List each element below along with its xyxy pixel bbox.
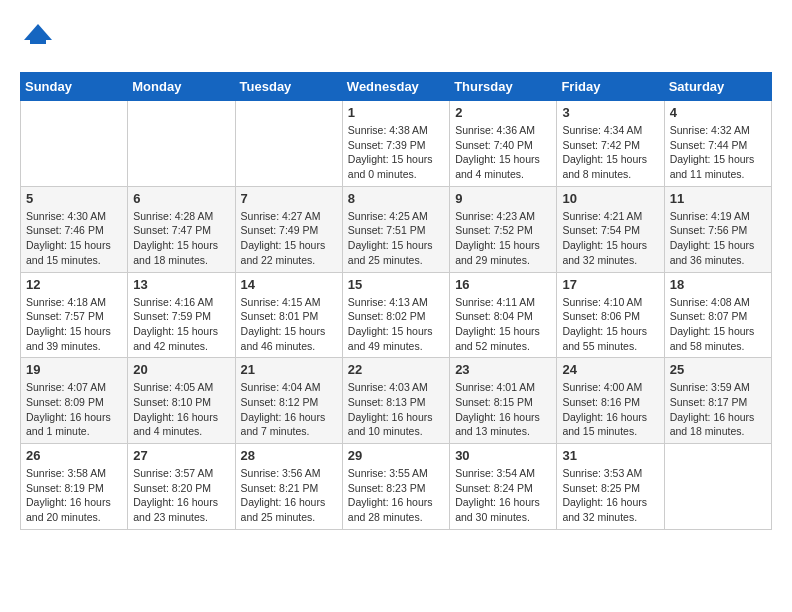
- day-number: 20: [133, 362, 229, 377]
- day-content: Sunrise: 4:19 AMSunset: 7:56 PMDaylight:…: [670, 209, 766, 268]
- calendar-cell: 25Sunrise: 3:59 AMSunset: 8:17 PMDayligh…: [664, 358, 771, 444]
- calendar-cell: 20Sunrise: 4:05 AMSunset: 8:10 PMDayligh…: [128, 358, 235, 444]
- day-content: Sunrise: 4:32 AMSunset: 7:44 PMDaylight:…: [670, 123, 766, 182]
- day-content: Sunrise: 4:11 AMSunset: 8:04 PMDaylight:…: [455, 295, 551, 354]
- calendar-cell: 3Sunrise: 4:34 AMSunset: 7:42 PMDaylight…: [557, 101, 664, 187]
- day-number: 3: [562, 105, 658, 120]
- day-number: 9: [455, 191, 551, 206]
- day-number: 16: [455, 277, 551, 292]
- calendar-cell: 26Sunrise: 3:58 AMSunset: 8:19 PMDayligh…: [21, 444, 128, 530]
- day-number: 14: [241, 277, 337, 292]
- logo-icon: [20, 20, 56, 56]
- calendar-cell: 9Sunrise: 4:23 AMSunset: 7:52 PMDaylight…: [450, 186, 557, 272]
- calendar-cell: 6Sunrise: 4:28 AMSunset: 7:47 PMDaylight…: [128, 186, 235, 272]
- weekday-header-wednesday: Wednesday: [342, 73, 449, 101]
- day-content: Sunrise: 4:07 AMSunset: 8:09 PMDaylight:…: [26, 380, 122, 439]
- day-number: 6: [133, 191, 229, 206]
- day-number: 2: [455, 105, 551, 120]
- calendar-cell: 11Sunrise: 4:19 AMSunset: 7:56 PMDayligh…: [664, 186, 771, 272]
- day-number: 23: [455, 362, 551, 377]
- calendar-cell: 8Sunrise: 4:25 AMSunset: 7:51 PMDaylight…: [342, 186, 449, 272]
- day-content: Sunrise: 4:08 AMSunset: 8:07 PMDaylight:…: [670, 295, 766, 354]
- day-number: 27: [133, 448, 229, 463]
- calendar-cell: 24Sunrise: 4:00 AMSunset: 8:16 PMDayligh…: [557, 358, 664, 444]
- day-content: Sunrise: 3:54 AMSunset: 8:24 PMDaylight:…: [455, 466, 551, 525]
- day-number: 8: [348, 191, 444, 206]
- day-number: 29: [348, 448, 444, 463]
- day-number: 22: [348, 362, 444, 377]
- calendar-cell: [664, 444, 771, 530]
- week-row-2: 5Sunrise: 4:30 AMSunset: 7:46 PMDaylight…: [21, 186, 772, 272]
- day-number: 26: [26, 448, 122, 463]
- day-number: 10: [562, 191, 658, 206]
- day-number: 11: [670, 191, 766, 206]
- calendar-cell: 14Sunrise: 4:15 AMSunset: 8:01 PMDayligh…: [235, 272, 342, 358]
- day-content: Sunrise: 4:38 AMSunset: 7:39 PMDaylight:…: [348, 123, 444, 182]
- day-content: Sunrise: 4:21 AMSunset: 7:54 PMDaylight:…: [562, 209, 658, 268]
- calendar-cell: 29Sunrise: 3:55 AMSunset: 8:23 PMDayligh…: [342, 444, 449, 530]
- day-content: Sunrise: 4:25 AMSunset: 7:51 PMDaylight:…: [348, 209, 444, 268]
- day-content: Sunrise: 4:00 AMSunset: 8:16 PMDaylight:…: [562, 380, 658, 439]
- svg-marker-0: [24, 24, 52, 40]
- day-number: 17: [562, 277, 658, 292]
- day-content: Sunrise: 3:55 AMSunset: 8:23 PMDaylight:…: [348, 466, 444, 525]
- day-content: Sunrise: 4:36 AMSunset: 7:40 PMDaylight:…: [455, 123, 551, 182]
- day-content: Sunrise: 4:04 AMSunset: 8:12 PMDaylight:…: [241, 380, 337, 439]
- day-content: Sunrise: 4:30 AMSunset: 7:46 PMDaylight:…: [26, 209, 122, 268]
- day-number: 5: [26, 191, 122, 206]
- calendar-cell: 15Sunrise: 4:13 AMSunset: 8:02 PMDayligh…: [342, 272, 449, 358]
- day-content: Sunrise: 3:59 AMSunset: 8:17 PMDaylight:…: [670, 380, 766, 439]
- day-number: 30: [455, 448, 551, 463]
- day-content: Sunrise: 4:23 AMSunset: 7:52 PMDaylight:…: [455, 209, 551, 268]
- weekday-header-row: SundayMondayTuesdayWednesdayThursdayFrid…: [21, 73, 772, 101]
- week-row-4: 19Sunrise: 4:07 AMSunset: 8:09 PMDayligh…: [21, 358, 772, 444]
- weekday-header-friday: Friday: [557, 73, 664, 101]
- calendar-cell: 17Sunrise: 4:10 AMSunset: 8:06 PMDayligh…: [557, 272, 664, 358]
- calendar-cell: 31Sunrise: 3:53 AMSunset: 8:25 PMDayligh…: [557, 444, 664, 530]
- day-number: 31: [562, 448, 658, 463]
- calendar-cell: 18Sunrise: 4:08 AMSunset: 8:07 PMDayligh…: [664, 272, 771, 358]
- calendar-cell: 28Sunrise: 3:56 AMSunset: 8:21 PMDayligh…: [235, 444, 342, 530]
- calendar-cell: [235, 101, 342, 187]
- week-row-3: 12Sunrise: 4:18 AMSunset: 7:57 PMDayligh…: [21, 272, 772, 358]
- day-content: Sunrise: 4:10 AMSunset: 8:06 PMDaylight:…: [562, 295, 658, 354]
- weekday-header-sunday: Sunday: [21, 73, 128, 101]
- calendar-cell: 27Sunrise: 3:57 AMSunset: 8:20 PMDayligh…: [128, 444, 235, 530]
- calendar-cell: 23Sunrise: 4:01 AMSunset: 8:15 PMDayligh…: [450, 358, 557, 444]
- day-content: Sunrise: 4:16 AMSunset: 7:59 PMDaylight:…: [133, 295, 229, 354]
- week-row-5: 26Sunrise: 3:58 AMSunset: 8:19 PMDayligh…: [21, 444, 772, 530]
- day-content: Sunrise: 3:56 AMSunset: 8:21 PMDaylight:…: [241, 466, 337, 525]
- day-number: 24: [562, 362, 658, 377]
- day-number: 25: [670, 362, 766, 377]
- weekday-header-thursday: Thursday: [450, 73, 557, 101]
- day-content: Sunrise: 4:15 AMSunset: 8:01 PMDaylight:…: [241, 295, 337, 354]
- day-content: Sunrise: 4:27 AMSunset: 7:49 PMDaylight:…: [241, 209, 337, 268]
- day-content: Sunrise: 4:01 AMSunset: 8:15 PMDaylight:…: [455, 380, 551, 439]
- calendar: SundayMondayTuesdayWednesdayThursdayFrid…: [20, 72, 772, 530]
- day-number: 4: [670, 105, 766, 120]
- day-content: Sunrise: 4:13 AMSunset: 8:02 PMDaylight:…: [348, 295, 444, 354]
- calendar-cell: 5Sunrise: 4:30 AMSunset: 7:46 PMDaylight…: [21, 186, 128, 272]
- calendar-cell: [128, 101, 235, 187]
- calendar-cell: 22Sunrise: 4:03 AMSunset: 8:13 PMDayligh…: [342, 358, 449, 444]
- calendar-cell: 30Sunrise: 3:54 AMSunset: 8:24 PMDayligh…: [450, 444, 557, 530]
- day-number: 19: [26, 362, 122, 377]
- day-content: Sunrise: 4:34 AMSunset: 7:42 PMDaylight:…: [562, 123, 658, 182]
- day-content: Sunrise: 4:03 AMSunset: 8:13 PMDaylight:…: [348, 380, 444, 439]
- calendar-cell: [21, 101, 128, 187]
- calendar-cell: 19Sunrise: 4:07 AMSunset: 8:09 PMDayligh…: [21, 358, 128, 444]
- day-number: 18: [670, 277, 766, 292]
- calendar-cell: 10Sunrise: 4:21 AMSunset: 7:54 PMDayligh…: [557, 186, 664, 272]
- calendar-cell: 12Sunrise: 4:18 AMSunset: 7:57 PMDayligh…: [21, 272, 128, 358]
- day-content: Sunrise: 3:58 AMSunset: 8:19 PMDaylight:…: [26, 466, 122, 525]
- calendar-cell: 7Sunrise: 4:27 AMSunset: 7:49 PMDaylight…: [235, 186, 342, 272]
- day-number: 13: [133, 277, 229, 292]
- calendar-cell: 21Sunrise: 4:04 AMSunset: 8:12 PMDayligh…: [235, 358, 342, 444]
- day-content: Sunrise: 3:57 AMSunset: 8:20 PMDaylight:…: [133, 466, 229, 525]
- day-number: 1: [348, 105, 444, 120]
- day-number: 15: [348, 277, 444, 292]
- day-content: Sunrise: 3:53 AMSunset: 8:25 PMDaylight:…: [562, 466, 658, 525]
- day-number: 7: [241, 191, 337, 206]
- calendar-cell: 2Sunrise: 4:36 AMSunset: 7:40 PMDaylight…: [450, 101, 557, 187]
- calendar-cell: 13Sunrise: 4:16 AMSunset: 7:59 PMDayligh…: [128, 272, 235, 358]
